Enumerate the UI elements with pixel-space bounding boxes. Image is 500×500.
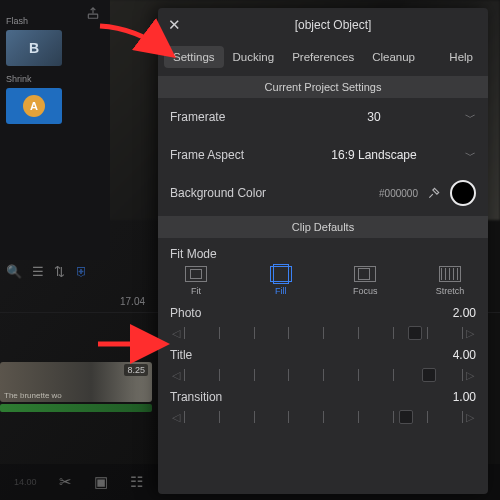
effect-group-shrink: Shrink: [6, 74, 104, 84]
slider-right-icon[interactable]: ▷: [464, 411, 476, 424]
fill-icon: [270, 266, 292, 282]
slider-left-icon[interactable]: ◁: [170, 369, 182, 382]
slider-right-icon[interactable]: ▷: [464, 369, 476, 382]
fit-icon: [185, 266, 207, 282]
bgcolor-swatch[interactable]: [450, 180, 476, 206]
clip-duration: 8.25: [124, 364, 148, 376]
section-clip-defaults: Clip Defaults: [158, 216, 488, 238]
bgcolor-row: Background Color #000000: [158, 174, 488, 212]
aspect-label: Frame Aspect: [170, 148, 290, 162]
search-icon[interactable]: 🔍: [6, 264, 22, 279]
fitmode-label: Fit Mode: [170, 247, 217, 261]
slider-left-icon[interactable]: ◁: [170, 327, 182, 340]
modal-tabs: Settings Ducking Preferences Cleanup Hel…: [158, 42, 488, 72]
photo-value: 2.00: [453, 306, 476, 320]
photo-slider: Photo2.00 ◁ ▷: [158, 302, 488, 344]
title-slider: Title4.00 ◁ ▷: [158, 344, 488, 386]
audio-clip[interactable]: [0, 404, 152, 412]
transition-track[interactable]: [184, 410, 462, 424]
shield-icon[interactable]: ⛨: [75, 264, 88, 279]
effect-thumb-a[interactable]: A: [6, 88, 62, 124]
fitmode-fill[interactable]: Fill: [253, 266, 309, 296]
filter-icon[interactable]: ☰: [32, 264, 44, 279]
section-project-settings: Current Project Settings: [158, 76, 488, 98]
framerate-row[interactable]: Framerate 30 ﹀: [158, 98, 488, 136]
cut-icon[interactable]: ✂: [59, 473, 72, 491]
fitmode-fit[interactable]: Fit: [168, 266, 224, 296]
panel-tools: 🔍 ☰ ⇅ ⛨: [2, 260, 152, 282]
fitmode-stretch[interactable]: Stretch: [422, 266, 478, 296]
focus-icon: [354, 266, 376, 282]
transition-value: 1.00: [453, 390, 476, 404]
chevron-down-icon: ﹀: [458, 148, 476, 163]
slider-left-icon[interactable]: ◁: [170, 411, 182, 424]
title-value: 4.00: [453, 348, 476, 362]
bgcolor-label: Background Color: [170, 186, 290, 200]
framerate-value: 30: [290, 110, 458, 124]
clip-caption: The brunette wo: [4, 391, 62, 400]
layers-icon[interactable]: ☷: [130, 473, 143, 491]
stretch-icon: [439, 266, 461, 282]
title-track[interactable]: [184, 368, 462, 382]
slider-right-icon[interactable]: ▷: [464, 327, 476, 340]
svg-rect-0: [88, 14, 97, 18]
tab-cleanup[interactable]: Cleanup: [363, 46, 424, 68]
aspect-row[interactable]: Frame Aspect 16:9 Landscape ﹀: [158, 136, 488, 174]
title-label: Title: [170, 348, 192, 362]
close-icon[interactable]: ✕: [168, 16, 188, 34]
effect-thumb-b[interactable]: B: [6, 30, 62, 66]
settings-modal: ✕ [object Object] Settings Ducking Prefe…: [158, 8, 488, 494]
bgcolor-hex: #000000: [379, 188, 418, 199]
aspect-value: 16:9 Landscape: [290, 148, 458, 162]
transition-label: Transition: [170, 390, 222, 404]
tab-help[interactable]: Help: [440, 46, 482, 68]
modal-title: [object Object]: [188, 18, 478, 32]
fitmode-focus[interactable]: Focus: [337, 266, 393, 296]
effects-panel: Flash B Shrink A: [0, 0, 110, 260]
transition-slider: Transition1.00 ◁ ▷: [158, 386, 488, 428]
media-icon[interactable]: ▣: [94, 473, 108, 491]
sort-icon[interactable]: ⇅: [54, 264, 65, 279]
timeline-clip[interactable]: 8.25 The brunette wo: [0, 362, 152, 402]
tab-settings[interactable]: Settings: [164, 46, 224, 68]
fitmode-options: Fit Fill Focus Stretch: [158, 262, 488, 302]
eyedropper-icon[interactable]: [426, 185, 442, 201]
photo-track[interactable]: [184, 326, 462, 340]
ruler-timecode: 17.04: [120, 296, 145, 307]
tab-ducking[interactable]: Ducking: [224, 46, 284, 68]
framerate-label: Framerate: [170, 110, 290, 124]
export-icon[interactable]: [86, 6, 100, 24]
bottom-timecode: 14.00: [14, 477, 37, 487]
tab-preferences[interactable]: Preferences: [283, 46, 363, 68]
chevron-down-icon: ﹀: [458, 110, 476, 125]
photo-label: Photo: [170, 306, 201, 320]
